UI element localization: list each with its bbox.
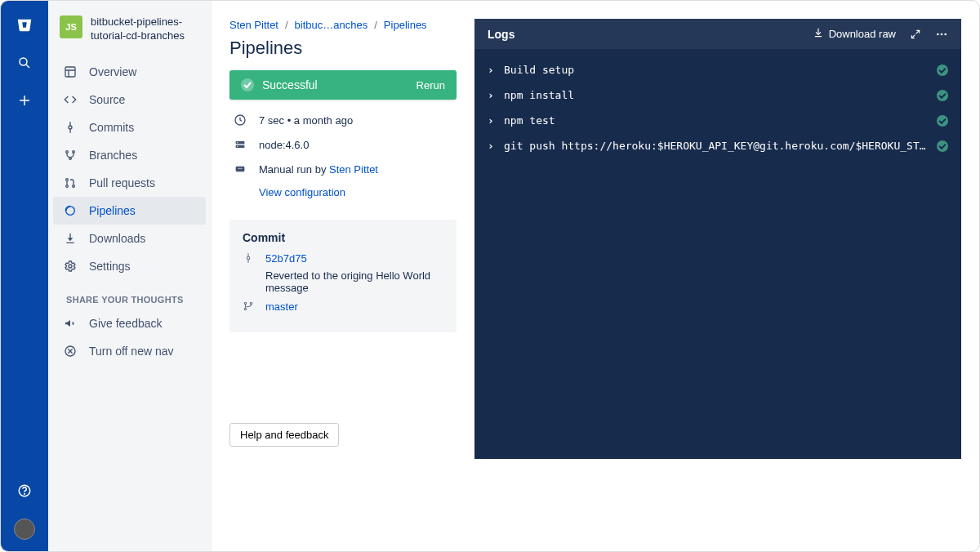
sidebar-item-pipelines[interactable]: Pipelines xyxy=(53,197,206,225)
sidebar-item-downloads[interactable]: Downloads xyxy=(53,225,206,252)
check-circle-icon xyxy=(241,78,254,91)
pipelines-icon xyxy=(63,203,78,218)
commits-icon xyxy=(63,120,78,135)
user-avatar[interactable] xyxy=(14,519,35,540)
branch-link[interactable]: master xyxy=(265,300,298,313)
expand-icon[interactable] xyxy=(909,28,922,41)
chevron-right-icon: › xyxy=(488,114,496,127)
breadcrumb-link-section[interactable]: Pipelines xyxy=(384,19,427,31)
logs-header: Logs Download raw xyxy=(474,19,961,49)
svg-point-31 xyxy=(247,256,250,260)
repo-sidebar: JS bitbucket-pipelines-tutorial-cd-branc… xyxy=(48,1,212,551)
pipeline-duration-age: 7 sec • a month ago xyxy=(259,114,353,127)
chevron-right-icon: › xyxy=(488,89,496,101)
svg-rect-6 xyxy=(65,67,75,77)
sidebar-item-branches[interactable]: Branches xyxy=(53,141,206,169)
sidebar-item-pull-requests[interactable]: Pull requests xyxy=(53,169,206,197)
repo-header[interactable]: JS bitbucket-pipelines-tutorial-cd-branc… xyxy=(48,16,211,55)
help-icon[interactable] xyxy=(15,481,34,501)
search-icon[interactable] xyxy=(15,53,34,73)
svg-point-9 xyxy=(69,126,72,129)
pull-requests-icon xyxy=(63,176,78,190)
svg-point-12 xyxy=(66,150,69,153)
log-step-command: npm test xyxy=(504,114,929,127)
svg-point-29 xyxy=(237,146,238,147)
log-step-command: npm install xyxy=(504,89,929,101)
sidebar-item-turn-off-nav[interactable]: Turn off new nav xyxy=(53,337,206,365)
repo-logo-icon: JS xyxy=(60,16,82,38)
step-success-icon xyxy=(937,90,948,101)
breadcrumb: Sten Pittet / bitbuc…anches / Pipelines xyxy=(229,19,457,31)
chevron-right-icon: › xyxy=(488,64,496,76)
commit-card: Commit 52b7d75 Reverted to the origing H… xyxy=(229,220,457,332)
view-configuration-link[interactable]: View configuration xyxy=(259,186,345,198)
svg-point-15 xyxy=(66,178,69,180)
source-icon xyxy=(63,92,78,107)
log-step-command: Build setup xyxy=(504,64,929,76)
svg-line-38 xyxy=(916,30,920,33)
svg-point-42 xyxy=(944,33,947,35)
sidebar-item-commits[interactable]: Commits xyxy=(53,114,206,141)
svg-rect-30 xyxy=(236,167,245,172)
download-raw-button[interactable]: Download raw xyxy=(813,27,896,41)
rerun-button[interactable]: Rerun xyxy=(416,79,445,91)
megaphone-icon xyxy=(63,316,78,331)
commit-message: Reverted to the origing Hello World mess… xyxy=(265,269,443,294)
docker-image-icon xyxy=(233,137,247,152)
sidebar-item-feedback[interactable]: Give feedback xyxy=(53,309,206,337)
help-and-feedback-button[interactable]: Help and feedback xyxy=(229,423,339,447)
manual-trigger-icon xyxy=(233,162,247,176)
log-step[interactable]: › npm install xyxy=(484,82,951,108)
logs-body: › Build setup › npm install › npm test ›… xyxy=(474,49,961,167)
trigger-user-link[interactable]: Sten Pittet xyxy=(329,163,378,176)
main-column: Sten Pittet / bitbuc…anches / Pipelines … xyxy=(212,1,474,551)
svg-point-41 xyxy=(941,33,943,35)
svg-point-36 xyxy=(250,302,252,304)
svg-point-35 xyxy=(244,308,246,309)
settings-icon xyxy=(63,259,78,274)
global-nav-rail xyxy=(1,1,48,551)
downloads-icon xyxy=(63,231,78,246)
branch-icon xyxy=(243,300,254,314)
sidebar-item-label: Pull requests xyxy=(89,176,155,189)
more-icon[interactable] xyxy=(935,28,948,41)
log-step[interactable]: › npm test xyxy=(484,108,951,133)
svg-line-39 xyxy=(911,34,915,38)
repo-name: bitbucket-pipelines-tutorial-cd-branches xyxy=(91,16,199,43)
log-step-command: git push https://heroku:$HEROKU_API_KEY@… xyxy=(504,140,929,152)
sidebar-item-label: Downloads xyxy=(89,232,145,245)
svg-point-20 xyxy=(69,265,72,268)
svg-point-24 xyxy=(241,78,254,91)
sidebar-item-settings[interactable]: Settings xyxy=(53,252,206,280)
breadcrumb-separator: / xyxy=(374,19,377,31)
svg-point-16 xyxy=(66,185,69,187)
step-success-icon xyxy=(937,140,948,152)
chevron-right-icon: › xyxy=(488,140,496,152)
breadcrumb-link-user[interactable]: Sten Pittet xyxy=(229,19,278,31)
overview-icon xyxy=(63,65,78,79)
commit-sha-link[interactable]: 52b7d75 xyxy=(265,252,307,265)
bitbucket-logo-icon[interactable] xyxy=(15,16,34,35)
log-step[interactable]: › git push https://heroku:$HEROKU_API_KE… xyxy=(484,133,951,158)
breadcrumb-link-repo[interactable]: bitbuc…anches xyxy=(295,19,368,31)
commit-icon xyxy=(243,252,254,266)
sidebar-section-header: SHARE YOUR THOUGHTS xyxy=(53,280,206,309)
sidebar-item-label: Branches xyxy=(89,149,137,162)
sidebar-item-overview[interactable]: Overview xyxy=(53,58,206,86)
sidebar-item-label: Overview xyxy=(89,65,136,78)
sidebar-item-source[interactable]: Source xyxy=(53,86,206,114)
pipeline-meta: 7 sec • a month ago node:4.6.0 Manual ru… xyxy=(229,111,457,205)
svg-point-13 xyxy=(73,150,75,153)
log-step[interactable]: › Build setup xyxy=(484,57,951,82)
breadcrumb-separator: / xyxy=(285,19,288,31)
pipeline-trigger: Manual run by Sten Pittet xyxy=(259,163,378,176)
step-success-icon xyxy=(937,65,948,76)
pipeline-image: node:4.6.0 xyxy=(259,139,309,151)
pipeline-status-bar: Successful Rerun xyxy=(229,70,457,100)
sidebar-item-label: Turn off new nav xyxy=(89,345,174,358)
pipeline-status-label: Successful xyxy=(262,78,318,91)
close-circle-icon xyxy=(63,344,78,358)
sidebar-item-label: Commits xyxy=(89,121,134,134)
add-icon[interactable] xyxy=(15,91,34,110)
logs-title: Logs xyxy=(488,28,514,41)
